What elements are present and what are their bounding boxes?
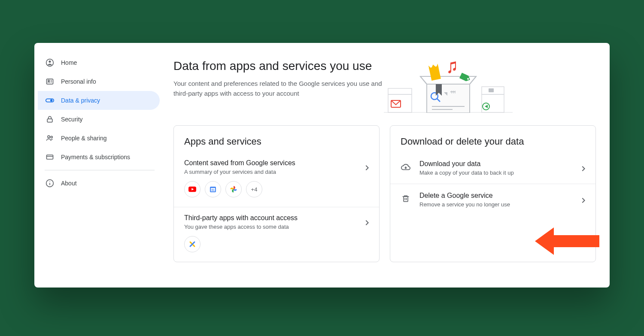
third-party-row[interactable]: Third-party apps with account access You… (174, 207, 379, 262)
svg-point-9 (48, 136, 50, 138)
sidebar-item-data-privacy[interactable]: Data & privacy (38, 91, 160, 110)
svg-text:31: 31 (211, 188, 215, 191)
sidebar: Home Personal info Data & privacy Securi… (34, 43, 163, 288)
sidebar-item-label: About (61, 180, 77, 187)
sidebar-item-about[interactable]: About (38, 174, 160, 193)
sidebar-item-label: Payments & subscriptions (61, 154, 130, 160)
sidebar-item-label: Data & privacy (61, 97, 100, 104)
photos-icon[interactable] (225, 181, 242, 197)
item-subtitle: Make a copy of your data to back it up (419, 170, 578, 176)
page-header: Data from apps and services you use Your… (173, 59, 596, 115)
people-icon (45, 133, 55, 143)
more-count: +4 (251, 186, 258, 193)
sidebar-divider (45, 170, 155, 170)
card-title: Download or delete your data (390, 136, 595, 152)
lock-icon (45, 114, 55, 124)
service-chips: 31 +4 (184, 181, 362, 197)
sidebar-item-personal-info[interactable]: Personal info (38, 72, 160, 91)
svg-point-10 (51, 136, 52, 138)
sidebar-item-security[interactable]: Security (38, 110, 160, 129)
account-settings-window: Home Personal info Data & privacy Securi… (34, 43, 610, 288)
item-title: Content saved from Google services (184, 159, 362, 167)
download-delete-card: Download or delete your data Download yo… (390, 125, 596, 262)
calendar-icon[interactable]: 31 (205, 181, 221, 197)
item-subtitle: Remove a service you no longer use (419, 201, 578, 208)
sidebar-item-home[interactable]: Home (38, 53, 160, 72)
sidebar-item-payments[interactable]: Payments & subscriptions (38, 148, 160, 166)
chevron-right-icon (578, 163, 589, 174)
third-party-chips (184, 236, 362, 252)
item-title: Delete a Google service (419, 192, 578, 200)
svg-point-1 (49, 61, 51, 63)
sidebar-item-label: People & sharing (61, 135, 107, 142)
svg-rect-17 (388, 94, 412, 112)
sidebar-item-people-sharing[interactable]: People & sharing (38, 129, 160, 148)
sidebar-item-label: Security (61, 116, 83, 123)
svg-rect-26 (450, 91, 456, 92)
sidebar-item-label: Home (61, 59, 77, 66)
content-saved-row[interactable]: Content saved from Google services A sum… (174, 152, 379, 207)
third-party-app-icon[interactable] (184, 236, 200, 252)
download-data-row[interactable]: Download your data Make a copy of your d… (390, 152, 595, 184)
item-title: Third-party apps with account access (184, 214, 362, 222)
svg-rect-11 (47, 155, 53, 159)
chevron-right-icon (578, 195, 589, 206)
apps-services-card: Apps and services Content saved from Goo… (173, 125, 380, 262)
main-content: Data from apps and services you use Your… (163, 43, 610, 288)
sidebar-item-label: Personal info (61, 78, 96, 85)
svg-rect-8 (47, 119, 52, 122)
svg-point-15 (49, 181, 50, 182)
card-icon (45, 152, 55, 162)
item-title: Download your data (419, 160, 578, 168)
person-circle-icon (45, 58, 55, 68)
item-subtitle: A summary of your services and data (184, 169, 362, 175)
id-card-icon (45, 76, 55, 87)
trash-icon (401, 194, 411, 204)
youtube-icon[interactable] (184, 181, 200, 197)
toggle-icon (45, 95, 55, 106)
svg-point-7 (50, 99, 53, 102)
illustration-box (384, 59, 513, 115)
more-services-chip[interactable]: +4 (246, 181, 262, 197)
svg-rect-18 (388, 88, 412, 94)
svg-rect-21 (427, 84, 470, 112)
info-icon (45, 178, 55, 188)
delete-service-row[interactable]: Delete a Google service Remove a service… (390, 184, 595, 215)
svg-rect-31 (489, 88, 494, 92)
chevron-right-icon (362, 218, 372, 228)
page-title: Data from apps and services you use (173, 59, 384, 73)
cards-row: Apps and services Content saved from Goo… (173, 125, 596, 262)
page-subtitle: Your content and preferences related to … (173, 79, 384, 98)
svg-rect-2 (47, 79, 53, 84)
cloud-download-icon (401, 162, 411, 172)
item-subtitle: You gave these apps access to some data (184, 224, 362, 230)
svg-rect-36 (404, 197, 408, 202)
svg-point-3 (48, 80, 49, 82)
card-title: Apps and services (174, 136, 379, 152)
chevron-right-icon (362, 163, 372, 173)
